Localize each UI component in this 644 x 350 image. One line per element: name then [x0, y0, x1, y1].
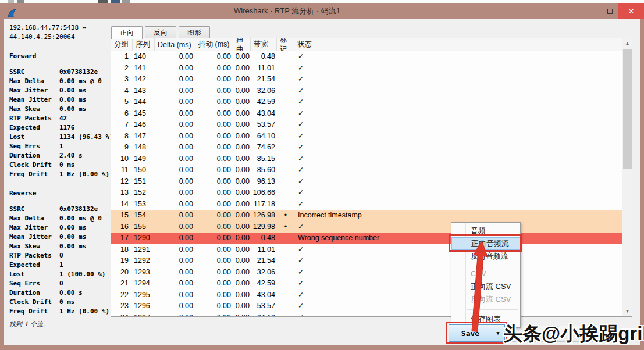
stat-label: Lost	[9, 270, 59, 279]
column-header[interactable]: 状态	[294, 38, 622, 51]
minimize-button[interactable]: –	[583, 3, 601, 19]
column-header[interactable]: 分组	[111, 38, 133, 51]
table-row[interactable]: 141530.000.000.00117.18✓	[111, 199, 622, 210]
cell-status: ✓	[294, 63, 622, 74]
cell-status: Incorrect timestamp	[294, 210, 622, 222]
cell-bw: 42.59	[251, 97, 277, 108]
close-button[interactable]: ✕	[618, 3, 644, 19]
table-row[interactable]: 2212950.000.000.0043.04✓	[111, 290, 622, 301]
cell-no: 10	[111, 153, 133, 165]
tab-反向[interactable]: 反向	[145, 26, 176, 38]
cell-delta: 0.00	[155, 301, 195, 312]
column-header[interactable]: 序列	[133, 38, 155, 51]
packet-table-header: 分组序列Delta (ms)抖动 (ms)扭曲带宽标记状态	[111, 38, 622, 51]
cell-no: 17	[111, 233, 133, 244]
cell-mark	[277, 278, 294, 290]
cell-jitter: 0.00	[195, 63, 233, 74]
cell-delta: 0.00	[155, 142, 195, 153]
stat-row: Duration2.40 s	[9, 151, 109, 160]
cell-skew: 0.00	[233, 199, 251, 210]
stat-label: Max Skew	[9, 105, 59, 114]
maximize-button[interactable]	[601, 3, 618, 19]
cell-no: 19	[111, 255, 133, 267]
stat-row: Mean Jitter0.00 ms	[9, 233, 109, 242]
cell-delta: 0.00	[155, 74, 195, 85]
menu-item-反向音频流[interactable]: 反向音频流	[451, 250, 520, 263]
table-row[interactable]: 1812910.000.000.0011.01✓	[111, 244, 622, 256]
annotation-box-menu-item	[449, 234, 522, 252]
scrollbar-thumb[interactable]	[623, 49, 632, 169]
table-row[interactable]: 51440.000.000.0042.59✓	[111, 97, 622, 108]
table-row[interactable]: 1712900.000.000.000.48Wrong sequence num…	[111, 233, 622, 244]
table-row[interactable]: 81470.000.000.0064.10✓	[111, 131, 622, 142]
column-header[interactable]: 带宽	[251, 38, 277, 51]
table-row[interactable]: 2312960.000.000.0053.57✓	[111, 301, 622, 312]
table-row[interactable]: 2412970.000.000.0064.10✓	[111, 312, 622, 317]
stat-row: Max Jitter0.00 ms	[9, 86, 109, 95]
column-header[interactable]: Delta (ms)	[155, 38, 195, 51]
cell-seq: 1291	[133, 244, 155, 256]
cell-skew: 0.00	[233, 63, 251, 74]
stat-value: 0 ms	[59, 160, 75, 170]
cell-delta: 0.00	[155, 108, 195, 120]
table-row[interactable]: 41430.000.000.0032.06✓	[111, 85, 622, 97]
table-row[interactable]: 161550.000.000.00129.98•✓	[111, 222, 622, 233]
stat-row: Max Delta0.00 ms @ 0	[9, 77, 109, 86]
vertical-scrollbar[interactable]: ▲ ▼	[622, 38, 632, 316]
cell-delta: 0.00	[155, 267, 195, 278]
table-row[interactable]: 2112940.000.000.0042.59✓	[111, 278, 622, 290]
cell-seq: 144	[133, 97, 155, 108]
column-header[interactable]: 标记	[277, 38, 294, 51]
stat-row: Clock Drift0 ms	[9, 298, 109, 307]
cell-status: ✓	[294, 187, 622, 199]
cell-skew: 0.00	[233, 108, 251, 120]
cell-seq: 1294	[133, 278, 155, 290]
streams-found-status: 找到 1 个流.	[9, 320, 109, 329]
cell-status: ✓	[294, 142, 622, 153]
stat-value: 0.00 s	[59, 288, 83, 298]
menu-item-正向流 CSV[interactable]: 正向流 CSV	[451, 280, 520, 293]
table-row[interactable]: 151540.000.000.00126.98•Incorrect timest…	[111, 210, 622, 222]
cell-bw: 64.10	[251, 131, 277, 142]
stat-value: 0	[59, 251, 63, 260]
cell-seq: 143	[133, 85, 155, 97]
table-row[interactable]: 2012930.000.000.0032.06✓	[111, 267, 622, 278]
title-bar[interactable]: Wireshark · RTP 流分析 · 码流1	[0, 3, 644, 19]
table-row[interactable]: 11400.000.000.000.48✓	[111, 51, 622, 63]
cell-mark	[277, 290, 294, 301]
stat-value: 0	[59, 279, 63, 288]
cell-mark: •	[277, 210, 294, 222]
table-row[interactable]: 1912920.000.000.0021.54✓	[111, 255, 622, 267]
stat-row: Expected1	[9, 260, 109, 270]
stat-row: Mean Jitter0.00 ms	[9, 95, 109, 105]
table-row[interactable]: 31420.000.000.0021.54✓	[111, 74, 622, 85]
column-header[interactable]: 扭曲	[233, 38, 251, 51]
stat-label: Mean Jitter	[9, 233, 59, 242]
table-row[interactable]: 91480.000.000.0074.62✓	[111, 142, 622, 153]
cell-status: ✓	[294, 108, 622, 120]
column-header[interactable]: 抖动 (ms)	[195, 38, 233, 51]
cell-delta: 0.00	[155, 290, 195, 301]
table-row[interactable]: 101490.000.000.0085.15✓	[111, 153, 622, 165]
table-row[interactable]: 21410.000.000.0011.01✓	[111, 63, 622, 74]
table-row[interactable]: 61450.000.000.0043.04✓	[111, 108, 622, 120]
cell-bw: 106.66	[251, 187, 277, 199]
cell-seq: 1290	[133, 233, 155, 244]
scroll-up-icon[interactable]: ▲	[622, 38, 632, 48]
cell-delta: 0.00	[155, 51, 195, 63]
tab-图形[interactable]: 图形	[179, 26, 210, 38]
tab-正向[interactable]: 正向	[111, 26, 143, 39]
cell-bw: 43.04	[251, 108, 277, 120]
table-row[interactable]: 121510.000.000.0096.13✓	[111, 176, 622, 188]
table-row[interactable]: 131520.000.000.00106.66✓	[111, 187, 622, 199]
table-row[interactable]: 111500.000.000.0085.60✓	[111, 165, 622, 176]
cell-delta: 0.00	[155, 187, 195, 199]
cell-mark	[277, 267, 294, 278]
stat-value: 1176	[59, 123, 75, 133]
cell-delta: 0.00	[155, 85, 195, 97]
direction-tabs: 正向反向图形	[111, 26, 212, 38]
scroll-down-icon[interactable]: ▼	[622, 306, 632, 316]
table-row[interactable]: 71460.000.000.0053.57✓	[111, 119, 622, 131]
cell-skew: 0.00	[233, 233, 251, 244]
cell-seq: 146	[133, 119, 155, 131]
